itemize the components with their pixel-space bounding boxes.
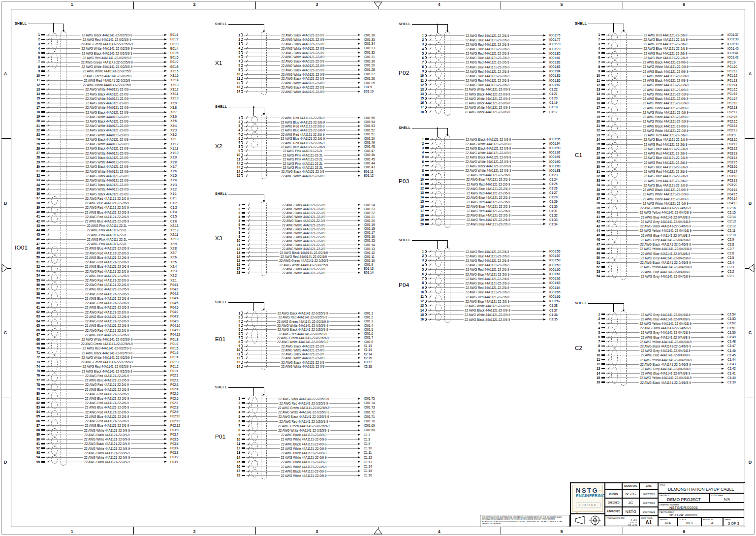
pin-contact-icon bbox=[41, 261, 45, 263]
arrow-icon bbox=[358, 204, 363, 206]
wire: 22 AWG Blue 44A1121-22-2/6-9 bbox=[45, 414, 164, 418]
wire-row: 3622 AWG White 44A1121-22-0/9-9P04:15 bbox=[593, 192, 745, 196]
wire-row: 2522 AWG White 44A0121-22-0/9X1:12 bbox=[32, 142, 188, 146]
wire-label: 22 AWG White 44A1121-22-0/9-9 bbox=[642, 74, 690, 77]
arrow-icon bbox=[164, 247, 169, 249]
pin-contact-icon bbox=[425, 138, 429, 140]
wire-label: 22 AWG Black 44A1141-22-0/4/6/8-9 bbox=[639, 362, 692, 366]
destination-ref: C1:43 bbox=[726, 362, 745, 366]
wire: 22 AWG Red 44A1121-22-2/6-9 bbox=[45, 291, 164, 296]
wire-row: 622 AWG Blue 44A1121-22-2/6-9IO01:50 bbox=[233, 136, 381, 140]
wire: 22 AWG Black 44A1121-22-0/9-9 bbox=[605, 105, 722, 110]
wire-label: 22 AWG White 44A1121-22-0/9-9 bbox=[465, 142, 512, 145]
arrow-icon bbox=[164, 179, 169, 181]
pin-contact-icon bbox=[242, 240, 245, 242]
destination-ref: C1:41 bbox=[726, 372, 745, 375]
wire-label: 22 AWG Black 44A0121-22-0/9 bbox=[85, 183, 129, 187]
wire: 22 AWG Black 44A0121-22-0/9 bbox=[45, 183, 164, 187]
wire-row: 722 AWG Black 44A0121-22-0/9IO01:18 bbox=[233, 227, 381, 231]
pin-contact-icon bbox=[41, 134, 45, 135]
pin-number: 36 bbox=[32, 192, 40, 195]
pin-contact-icon bbox=[41, 170, 45, 172]
destination-ref: IO01:67 bbox=[548, 299, 567, 303]
approved-label-cell: APPROVED bbox=[605, 507, 622, 516]
zone-column-label: 3 bbox=[315, 529, 318, 534]
pin-number: 94 bbox=[32, 455, 40, 459]
wire: 22 AWG Red 44A1121-22-2/6-9 bbox=[45, 196, 164, 200]
zone-row-label: B bbox=[749, 201, 752, 206]
pin-number: 14 bbox=[416, 309, 424, 312]
wire-label: 22 AWG Blue 44A1121-22-2/6-9 bbox=[465, 187, 511, 190]
wire: 22 AWG Grey 44A1141-22-0/4/6/8-9 bbox=[605, 237, 722, 242]
wire: 22 AWG White 44A0121-22-0/9 bbox=[45, 151, 164, 155]
wire-label: 22 AWG Black 44A1141-22-0/4/6/8-9 bbox=[639, 206, 692, 210]
pin-contact-icon bbox=[601, 198, 605, 199]
wire-label: 22 AWG Black 44A1141-22-0/2/5/9-9 bbox=[277, 312, 329, 315]
pin-contact-icon bbox=[41, 316, 45, 317]
arrow-icon bbox=[164, 265, 169, 267]
wire-label: 22 AWG Blue 44A1121-22-2/6-9 bbox=[84, 424, 130, 427]
wire-row: 3222 AWG Blue 44A1121-22-2/6-9P03:18 bbox=[593, 174, 745, 178]
wire-label: 22 AWG Black 44A1121-22-0/9-9 bbox=[464, 317, 511, 321]
arrow-icon bbox=[722, 314, 726, 315]
pin-number: 54 bbox=[32, 274, 40, 277]
pin-number: 4 bbox=[416, 151, 424, 154]
wire: 22 AWG Black 44A0121-22-0/9 bbox=[45, 164, 164, 169]
pin-contact-icon bbox=[242, 248, 245, 250]
arrow-icon bbox=[722, 271, 726, 273]
wire: 22 AWG Green 44A1141-22-0/2/5/9-9 bbox=[45, 342, 164, 346]
wire-label: 22 AWG Red 44A1121-22-2/6-9 bbox=[84, 292, 130, 295]
pin-number: 15 bbox=[416, 96, 424, 100]
destination-ref: C2:1 bbox=[726, 274, 745, 278]
arrow-icon bbox=[543, 278, 548, 280]
connector-block-c2: C2SHELL122 AWG Grey 44A1141-22-0/4/6/8-9… bbox=[575, 301, 745, 388]
pin-number: 7 bbox=[233, 336, 240, 339]
connector-block-p02: P02SHELL122 AWG Red 44A1121-22-2/6-9IO01… bbox=[399, 22, 567, 118]
arrow-icon bbox=[164, 206, 169, 208]
wire-row: 2722 AWG White 44A0121-22-0/9X1:10 bbox=[32, 151, 188, 155]
wire: 22 AWG Black 44A1121-22-0/9-9 bbox=[605, 87, 722, 92]
wire-row: 2522 AWG Red 44A1121-22-2/6-9P03:11 bbox=[593, 142, 745, 146]
pin-contact-icon bbox=[41, 407, 45, 408]
shell-label: SHELL bbox=[575, 22, 587, 25]
wire-label: 22 AWG Black 44A1141-22-0/2/5/9-9 bbox=[81, 351, 133, 354]
pin-number: 10 bbox=[233, 348, 240, 351]
wire-label: 22 AWG White 44A1121-22-0/9-9 bbox=[642, 192, 690, 196]
pin-number: 14 bbox=[416, 92, 424, 95]
pin-contact-icon bbox=[601, 318, 605, 319]
wire-row: 1322 AWG Red 44A1121-22-2/6-9C1:27 bbox=[416, 190, 567, 195]
pin-number: 42 bbox=[32, 220, 40, 223]
wire: 22 AWG White 44A1121-22-0/9-9 bbox=[427, 96, 543, 100]
pin-contact-icon bbox=[242, 411, 245, 413]
wire-row: 1222 AWG White 44A1121-22-0/9-9C1:10 bbox=[233, 446, 381, 450]
wire-row: 822 AWG White 44A1141-22-0/2/5/9-9IO01:8 bbox=[233, 340, 381, 344]
zone-tick bbox=[255, 527, 256, 535]
arrow-icon bbox=[164, 370, 169, 372]
wire-row: 1622 AWG White 44A1121-22-0/9-9C1:14 bbox=[233, 464, 381, 469]
wire-row: 522 AWG Black 44A0121-22-0/9IO01:32 bbox=[233, 50, 381, 55]
arrow-icon bbox=[164, 311, 169, 313]
pin-number: 15 bbox=[233, 259, 240, 262]
destination-ref: P01:9 bbox=[726, 61, 745, 64]
arrow-icon bbox=[543, 214, 548, 216]
wire-label: 22 AWG Blue 44A1141-22-0/4/6/8-9 bbox=[640, 252, 691, 255]
pin-number: 14 bbox=[233, 365, 240, 368]
destination-ref: P04:12 bbox=[169, 333, 188, 336]
wire-label: 22 AWG Yellow 44A1141-22-0/4/6/8-9 bbox=[639, 229, 693, 232]
shell-drain-line bbox=[264, 302, 264, 309]
wire-row: 722 AWG Red 44A1121-22-2/6-9IO01:82 bbox=[416, 60, 567, 64]
zone-tick bbox=[378, 1, 378, 9]
wire-label: 22 AWG Black 44A0121-22-0/9 bbox=[281, 33, 325, 37]
destination-ref: C1:19 bbox=[548, 101, 567, 104]
wire-label: 22 AWG Black 44A1141-22-0/4/6/8-9 bbox=[639, 380, 692, 384]
pin-number: 16 bbox=[416, 101, 424, 104]
wire: 22 AWG Black 44A1121-22-0/9-9 bbox=[605, 60, 722, 64]
arrow-icon bbox=[358, 220, 363, 221]
pin-number: 66 bbox=[32, 328, 40, 332]
pin-number: 12 bbox=[593, 83, 600, 87]
wire: 22 AWG Red 44A1141-22-0/2/5/9-9 bbox=[245, 401, 358, 405]
wire: 22 AWG Yellow 44A1141-22-0/4/6/8-9 bbox=[605, 339, 722, 344]
arrow-icon bbox=[358, 415, 363, 417]
arrow-icon bbox=[543, 39, 548, 41]
wire-row: 622 AWG Blue 44A1141-22-0/4/6/8-9C1:49 bbox=[593, 335, 745, 339]
